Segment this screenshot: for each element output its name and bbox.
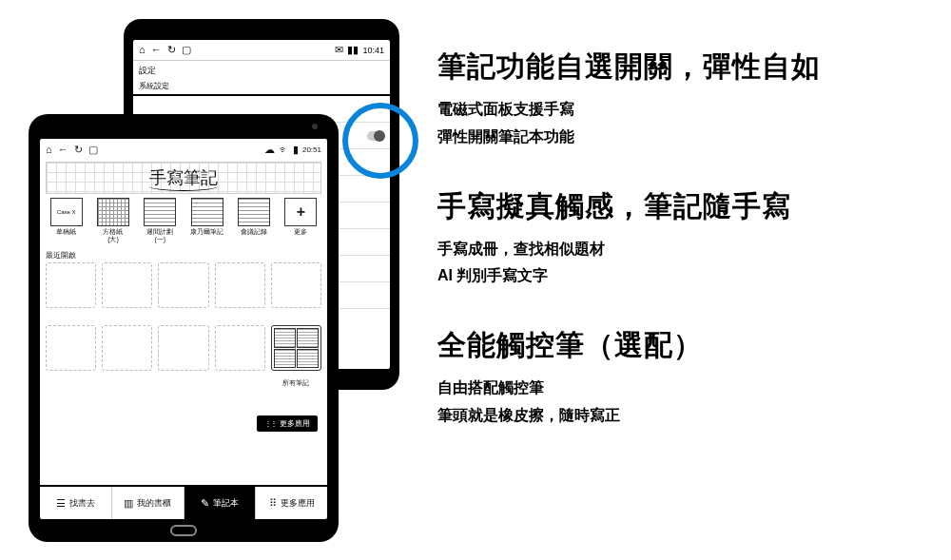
book-open-icon: ☰	[56, 497, 66, 510]
recent-grid	[40, 262, 327, 308]
marketing-line: 彈性開關筆記本功能	[437, 124, 932, 151]
nav-notebook[interactable]: ✎ 筆記本	[184, 487, 257, 519]
all-notes-stack[interactable]	[271, 325, 321, 371]
recent-label: 最近開啟	[40, 246, 327, 262]
plus-icon: +	[284, 198, 317, 226]
settings-title: 設定	[133, 61, 390, 81]
grid-icon	[264, 419, 276, 428]
note-slot[interactable]	[102, 325, 152, 371]
nav-apps[interactable]: ⠿ 更多應用	[256, 487, 327, 519]
marketing-group-3: 全能觸控筆（選配） 自由搭配觸控筆 筆頭就是橡皮擦，隨時寫正	[437, 326, 932, 430]
refresh-icon[interactable]: ↻	[167, 45, 176, 55]
clock-back: 10:41	[362, 46, 384, 55]
template-label: 草稿紙	[56, 228, 76, 241]
marketing-heading: 手寫擬真觸感，筆記隨手寫	[437, 187, 932, 226]
settings-section: 系統設定	[133, 81, 390, 96]
marketing-line: 自由搭配觸控筆	[437, 375, 932, 402]
template-label: 週間計劃 (一)	[146, 228, 173, 242]
all-notes-caption: 所有筆記	[271, 378, 321, 388]
template-weekplan[interactable]: 週間計劃 (一)	[140, 198, 181, 242]
all-notes-grid: 所有筆記	[40, 325, 327, 388]
notebook-title-band: 手寫筆記	[46, 162, 321, 194]
nav-label: 找書去	[69, 497, 95, 510]
marketing-group-2: 手寫擬真觸感，筆記隨手寫 手寫成冊，查找相似題材 AI 判別手寫文字	[437, 187, 932, 291]
home-icon[interactable]: ⌂	[46, 145, 52, 155]
marketing-group-1: 筆記功能自選開關，彈性自如 電磁式面板支援手寫 彈性開關筆記本功能	[437, 48, 932, 151]
note-slot[interactable]	[158, 262, 208, 308]
template-label: 會議記錄	[241, 228, 267, 241]
note-slot[interactable]	[102, 262, 152, 308]
template-thumb	[97, 198, 129, 226]
template-more[interactable]: + 更多	[281, 198, 321, 242]
note-slot[interactable]	[158, 325, 208, 371]
template-meeting[interactable]: 會議記錄	[233, 198, 274, 242]
template-row: Case X 草稿紙 方格紙 (大) 週間計劃 (一) 康乃爾筆記	[40, 198, 327, 246]
back-icon[interactable]: ←	[58, 145, 68, 155]
status-bar-front: ⌂ ← ↻ ▢ ☁ ᯤ ▮ 20:51	[40, 139, 327, 160]
marketing-line: 手寫成冊，查找相似題材	[437, 236, 932, 263]
tabs-icon[interactable]: ▢	[88, 145, 98, 155]
marketing-copy: 筆記功能自選開關，彈性自如 電磁式面板支援手寫 彈性開關筆記本功能 手寫擬真觸感…	[437, 48, 932, 466]
template-draft[interactable]: Case X 草稿紙	[46, 198, 87, 242]
template-thumb: Case X	[50, 198, 83, 226]
home-button[interactable]	[170, 525, 197, 536]
note-slot[interactable]	[215, 325, 265, 371]
more-apps-chip[interactable]: 更多應用	[257, 415, 318, 432]
more-apps-label: 更多應用	[280, 418, 310, 429]
nav-shelf[interactable]: ▥ 我的書櫃	[112, 487, 184, 519]
template-thumb	[191, 198, 223, 226]
home-icon[interactable]: ⌂	[139, 45, 146, 55]
notebook-title: 手寫筆記	[149, 166, 218, 189]
nav-find-books[interactable]: ☰ 找書去	[40, 487, 112, 519]
shelf-icon: ▥	[124, 497, 133, 510]
clock-front: 20:51	[302, 145, 321, 154]
template-label: 康乃爾筆記	[190, 228, 223, 241]
marketing-heading: 全能觸控筆（選配）	[437, 326, 932, 365]
status-bar-back: ⌂ ← ↻ ▢ ✉ ▮▮ 10:41	[133, 40, 390, 61]
template-cornell[interactable]: 康乃爾筆記	[186, 198, 227, 242]
marketing-heading: 筆記功能自選開關，彈性自如	[437, 48, 932, 87]
nav-label: 更多應用	[281, 497, 315, 510]
note-slot[interactable]	[271, 262, 321, 308]
marketing-line: 筆頭就是橡皮擦，隨時寫正	[437, 402, 932, 430]
back-icon[interactable]: ←	[151, 45, 162, 55]
toggle-switch[interactable]	[367, 131, 384, 141]
tabs-icon[interactable]: ▢	[182, 45, 191, 55]
note-slot[interactable]	[215, 262, 265, 308]
camera-dot	[312, 124, 318, 129]
marketing-line: AI 判別手寫文字	[437, 262, 932, 290]
template-label: 更多	[294, 228, 307, 241]
template-label: 方格紙 (大)	[103, 228, 123, 242]
cloud-icon: ☁	[264, 145, 275, 155]
template-grid[interactable]: 方格紙 (大)	[92, 198, 133, 242]
bottom-nav: ☰ 找書去 ▥ 我的書櫃 ✎ 筆記本 ⠿ 更多應用	[40, 485, 327, 519]
marketing-line: 電磁式面板支援手寫	[437, 96, 932, 124]
battery-icon: ▮	[293, 145, 299, 155]
mail-icon: ✉	[335, 45, 343, 55]
template-thumb	[144, 198, 176, 226]
wifi-icon: ᯤ	[279, 145, 289, 155]
nav-label: 筆記本	[213, 497, 239, 510]
pencil-icon: ✎	[201, 497, 209, 510]
template-thumb	[238, 198, 270, 226]
nav-label: 我的書櫃	[137, 497, 171, 510]
note-slot[interactable]	[46, 262, 96, 308]
refresh-icon[interactable]: ↻	[74, 145, 83, 155]
battery-icon: ▮▮	[347, 45, 359, 55]
grid-icon: ⠿	[269, 497, 277, 510]
notebook-screen: ⌂ ← ↻ ▢ ☁ ᯤ ▮ 20:51 手寫筆記 Case X 草稿紙	[40, 139, 327, 519]
tablet-front: ⌂ ← ↻ ▢ ☁ ᯤ ▮ 20:51 手寫筆記 Case X 草稿紙	[29, 114, 339, 542]
note-slot[interactable]	[46, 325, 96, 371]
